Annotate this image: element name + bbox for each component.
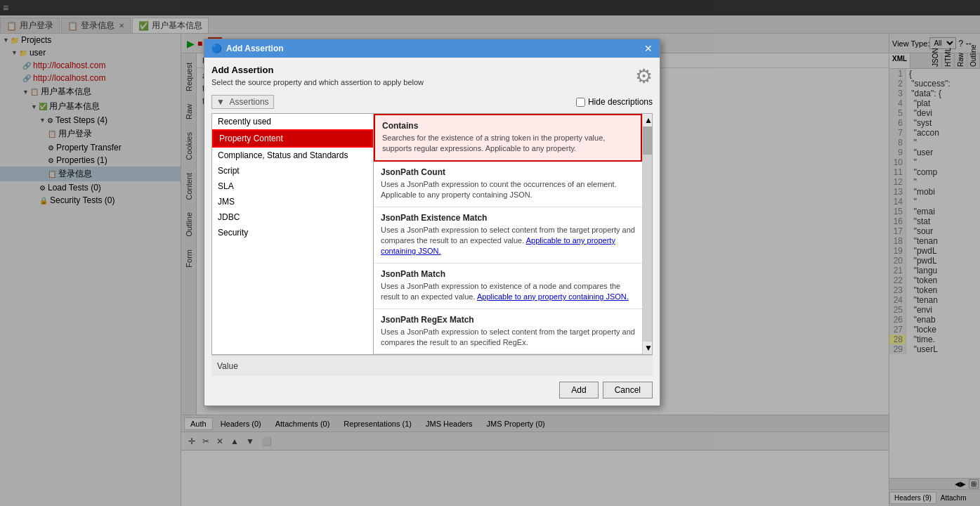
modal-title-text: Add Assertion [226,44,284,53]
category-script[interactable]: Script [212,163,373,179]
modal-body: Add Assertion Select the source property… [204,58,660,406]
assertion-jsonpath-regex-title: JsonPath RegEx Match [381,315,635,325]
assertion-jsonpath-match[interactable]: JsonPath Match Uses a JsonPath expressio… [374,264,642,309]
modal-header-text: Add Assertion Select the source property… [211,65,628,86]
jsonpath-existence-link[interactable]: Applicable to any property containing JS… [381,236,615,255]
category-jdbc-label: JDBC [218,212,240,222]
assertion-jsonpath-existence-desc: Uses a JsonPath expression to select con… [381,225,635,257]
category-property-content[interactable]: Property Content [212,129,373,148]
category-compliance-label: Compliance, Status and Standards [218,150,348,160]
assertion-jsonpath-existence-title: JsonPath Existence Match [381,213,635,223]
assertions-label: Assertions [230,97,269,107]
modal-title-icon: 🔵 [211,44,222,53]
jsonpath-match-link[interactable]: Applicable to any property containing JS… [477,292,629,301]
assertion-jsonpath-count[interactable]: JsonPath Count Uses a JsonPath expressio… [374,162,642,207]
category-property-content-label: Property Content [219,134,283,143]
assertions-title: ▼ Assertions [211,95,274,109]
category-jms[interactable]: JMS [212,194,373,209]
scroll-track[interactable] [643,126,652,342]
value-label: Value [217,361,238,371]
category-recently-used-label: Recently used [218,117,271,126]
assertions-scrollbar[interactable]: ▲ ▼ [642,114,652,354]
assertions-categories: Recently used Property Content Complianc… [212,114,374,354]
assertion-jsonpath-regex[interactable]: JsonPath RegEx Match Uses a JsonPath exp… [374,309,642,355]
hide-descriptions-label: Hide descriptions [588,97,653,107]
scroll-down-btn[interactable]: ▼ [643,342,652,354]
modal-overlay: 🔵 Add Assertion ✕ Add Assertion Select t… [0,0,980,506]
modal-header: Add Assertion Select the source property… [211,65,653,88]
modal-close-button[interactable]: ✕ [644,43,653,54]
add-assertion-modal: 🔵 Add Assertion ✕ Add Assertion Select t… [204,39,660,406]
assertion-jsonpath-count-desc: Uses a JsonPath expression to count the … [381,179,635,201]
assertion-jsonpath-match-title: JsonPath Match [381,269,635,279]
value-section: Value [211,355,653,376]
modal-title: 🔵 Add Assertion [211,44,284,53]
modal-bottom-buttons: Add Cancel [211,376,653,398]
category-sla-label: SLA [218,181,234,191]
scroll-up-btn[interactable]: ▲ [643,114,652,126]
category-jdbc[interactable]: JDBC [212,209,373,225]
hide-descriptions: Hide descriptions [576,97,653,107]
modal-header-title: Add Assertion [211,65,628,75]
assertion-contains-desc: Searches for the existence of a string t… [382,133,634,155]
category-script-label: Script [218,166,240,176]
cancel-button[interactable]: Cancel [603,382,653,398]
modal-title-bar: 🔵 Add Assertion ✕ [204,39,660,58]
assertion-jsonpath-regex-desc: Uses a JsonPath expression to select con… [381,327,635,349]
settings-gear-icon: ⚙ [635,65,653,88]
category-sla[interactable]: SLA [212,179,373,194]
modal-header-desc: Select the source property and which ass… [211,78,628,86]
assertion-contains[interactable]: Contains Searches for the existence of a… [374,114,642,162]
assertions-header: ▼ Assertions Hide descriptions [211,95,653,109]
category-recently-used[interactable]: Recently used [212,114,373,129]
add-button[interactable]: Add [559,382,598,398]
assertions-panel: Recently used Property Content Complianc… [211,113,653,355]
category-security-label: Security [218,228,248,238]
hide-descriptions-checkbox[interactable] [576,98,585,107]
assertion-jsonpath-match-desc: Uses a JsonPath expression to existence … [381,281,635,303]
assertions-list: Contains Searches for the existence of a… [374,114,642,354]
category-jms-label: JMS [218,197,235,207]
scroll-thumb[interactable] [643,126,652,155]
assertion-contains-title: Contains [382,121,634,131]
category-security[interactable]: Security [212,225,373,240]
assertion-jsonpath-existence[interactable]: JsonPath Existence Match Uses a JsonPath… [374,207,642,264]
assertion-jsonpath-count-title: JsonPath Count [381,167,635,177]
category-compliance[interactable]: Compliance, Status and Standards [212,148,373,163]
